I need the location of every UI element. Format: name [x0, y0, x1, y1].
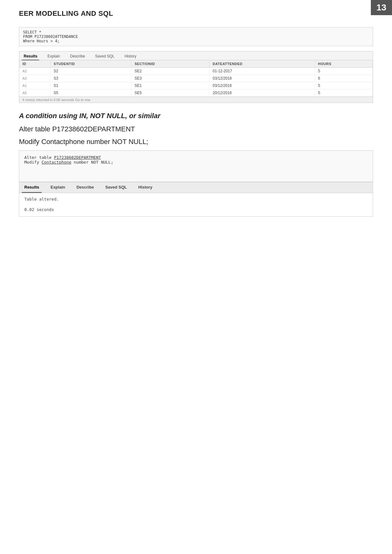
top-results-table-wrapper: Results Explain Describe Saved SQL Histo…: [19, 51, 373, 103]
table-row: A3 S3 SE3 03/12/2018 6: [19, 75, 373, 82]
col-studentid: STUDENTID: [50, 60, 131, 68]
cell-dateattended: 01-12-2017: [209, 68, 315, 75]
cell-hours: 6: [315, 75, 372, 82]
cell-sectionid: SE3: [131, 75, 209, 82]
tab-results-top[interactable]: Results: [22, 53, 39, 60]
cell-hours: 5: [315, 68, 372, 75]
col-id: ID: [19, 60, 50, 68]
cell-hours: 5: [315, 89, 372, 97]
result-message: Table altered.: [19, 193, 373, 205]
tab-describe-lower[interactable]: Describe: [74, 182, 96, 193]
cell-studentid: S5: [50, 89, 131, 97]
contactphone-link: Contactphone: [42, 160, 71, 165]
tab-saved-sql-lower[interactable]: Saved SQL: [103, 182, 130, 193]
result-time: 0.02 seconds: [19, 205, 373, 216]
tab-results-lower[interactable]: Results: [22, 182, 42, 193]
tab-history-lower[interactable]: History: [136, 182, 155, 193]
tab-describe-top[interactable]: Describe: [68, 53, 87, 60]
table-row: A2 S2 SE2 01-12-2017 5: [19, 68, 373, 75]
sql-line-3: Where Hours > 4;: [23, 39, 369, 43]
alter-table-link: P17238602DEPARTMENT: [54, 155, 101, 160]
cell-sectionid: SE2: [131, 68, 209, 75]
cell-sectionid: SE1: [131, 82, 209, 89]
tab-explain-lower[interactable]: Explain: [48, 182, 68, 193]
col-hours: HOURS: [315, 60, 372, 68]
sql-line-2: FROM P17238602ATTENDANCE: [23, 34, 369, 39]
cell-id: A3: [19, 75, 50, 82]
table-row: A1 S1 SE1 03/12/2018 5: [19, 82, 373, 89]
results-footer: 4 row(s) returned in 0.00 seconds Go to …: [19, 97, 373, 103]
col-dateattended: DATEATTENDED: [209, 60, 315, 68]
lower-sql-line-2: Modify Contactphone number NOT NULL;: [24, 160, 368, 165]
tab-explain-top[interactable]: Explain: [45, 53, 62, 60]
alter-heading-2: Modify Contactphone number NOT NULL;: [19, 138, 373, 146]
top-tabs-bar: Results Explain Describe Saved SQL Histo…: [19, 51, 373, 60]
page-title: EER MODELLING AND SQL: [19, 9, 373, 18]
cell-hours: 5: [315, 82, 372, 89]
sql-line-1: SELECT *: [23, 30, 369, 34]
cell-dateattended: 03/12/2018: [209, 82, 315, 89]
top-sql-panel: SELECT * FROM P17238602ATTENDANCE Where …: [19, 27, 373, 46]
results-table: ID STUDENTID SECTIONID DATEATTENDED HOUR…: [19, 60, 373, 97]
condition-heading: A condition using IN, NOT NULL, or simil…: [19, 112, 373, 120]
lower-sql-line-1: Alter table P17238602DEPARTMENT: [24, 155, 368, 160]
cell-dateattended: 20/12/2018: [209, 89, 315, 97]
cell-studentid: S2: [50, 68, 131, 75]
alter-heading-1: Alter table P17238602DEPARTMENT: [19, 125, 373, 133]
lower-tabs-bar: Results Explain Describe Saved SQL Histo…: [19, 182, 373, 193]
cell-sectionid: SE5: [131, 89, 209, 97]
cell-studentid: S3: [50, 75, 131, 82]
cell-id: A1: [19, 82, 50, 89]
tab-saved-sql-top[interactable]: Saved SQL: [93, 53, 116, 60]
page-number: 13: [371, 0, 392, 15]
tab-history-top[interactable]: History: [123, 53, 138, 60]
lower-sql-panel: Alter table P17238602DEPARTMENT Modify C…: [19, 150, 373, 182]
col-sectionid: SECTIONID: [131, 60, 209, 68]
cell-studentid: S1: [50, 82, 131, 89]
table-row: A5 S5 SE5 20/12/2018 5: [19, 89, 373, 97]
lower-result-section: Results Explain Describe Saved SQL Histo…: [19, 182, 373, 217]
cell-id: A2: [19, 68, 50, 75]
cell-id: A5: [19, 89, 50, 97]
cell-dateattended: 03/12/2018: [209, 75, 315, 82]
